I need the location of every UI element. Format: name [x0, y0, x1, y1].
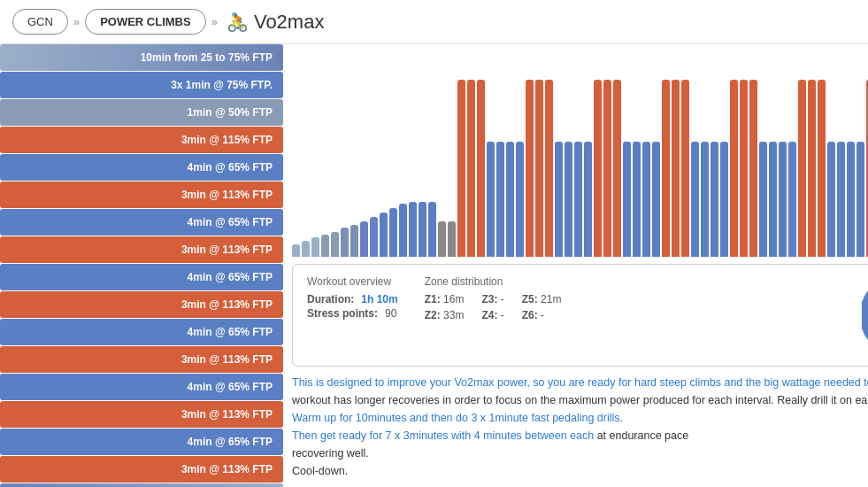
chart-bar-57	[847, 142, 855, 257]
chart-bar-22	[506, 142, 514, 257]
chart-bar-39	[672, 80, 680, 257]
desc-line5: at endurance pace	[594, 429, 688, 442]
zone-pie-chart	[862, 275, 868, 355]
right-content: Workout overview Duration: 1h 10m Stress…	[283, 44, 868, 487]
chart-bar-9	[380, 213, 388, 257]
duration-val: 1h 10m	[361, 293, 397, 305]
chart-bar-32	[603, 80, 611, 257]
workout-step-15: 3min @ 113% FTP	[0, 456, 283, 483]
vo2max-label: Vo2max	[254, 11, 325, 34]
chart-bar-30	[584, 142, 592, 257]
chart-bar-46	[740, 80, 748, 257]
desc-line7: Cool-down.	[292, 465, 348, 477]
stress-label: Stress points:	[307, 307, 378, 320]
chart-bar-14	[428, 202, 436, 257]
overview-title: Workout overview	[307, 275, 398, 288]
chart-bar-24	[526, 80, 534, 257]
zone-col-1: Z1: 16mZ2: 33m	[425, 293, 465, 321]
chart-bar-33	[613, 80, 621, 257]
chart-bar-47	[749, 80, 757, 257]
zone-item-3: Z4: -	[481, 309, 503, 321]
header: GCN » POWER CLIMBS » 🚴 Vo2max	[0, 0, 868, 44]
chart-bar-25	[535, 80, 543, 257]
workout-step-6: 4min @ 65% FTP	[0, 209, 283, 236]
chart-bar-45	[730, 80, 738, 257]
chart-bar-13	[419, 202, 426, 257]
chart-bar-54	[818, 80, 826, 257]
chart-bar-8	[370, 217, 378, 257]
chart-bar-50	[779, 142, 787, 257]
zone-item-5: Z6: -	[522, 309, 562, 321]
chart-bar-2	[311, 237, 319, 257]
arrow-separator-1: »	[73, 15, 80, 28]
workout-step-16: 9min from 75 to 25% FTP	[0, 483, 283, 487]
chart-bar-40	[681, 80, 689, 257]
chart-bar-6	[350, 225, 358, 257]
zone-item-2: Z3: -	[481, 293, 503, 305]
workout-step-1: 3x 1min @ 75% FTP.	[0, 72, 283, 98]
chart-bar-29	[574, 142, 582, 257]
workout-step-7: 3min @ 113% FTP	[0, 236, 283, 263]
chart-bar-36	[642, 142, 650, 257]
workout-step-5: 3min @ 113% FTP	[0, 182, 283, 208]
chart-bar-16	[448, 221, 456, 257]
chart-bar-18	[467, 80, 475, 257]
chart-bar-3	[321, 235, 329, 257]
zone-col-2: Z3: -Z4: -	[481, 293, 503, 321]
chart-bar-38	[662, 80, 670, 257]
workout-step-10: 4min @ 65% FTP	[0, 319, 283, 345]
chart-bar-44	[720, 142, 728, 257]
workout-step-0: 10min from 25 to 75% FTP	[0, 44, 283, 71]
workout-step-11: 3min @ 113% FTP	[0, 346, 283, 373]
chart-bar-49	[769, 142, 777, 257]
zone-item-0: Z1: 16m	[425, 293, 465, 305]
stress-val: 90	[385, 307, 396, 320]
chart-bar-15	[438, 221, 446, 257]
chart-bar-41	[691, 142, 699, 257]
description-text: This is designed to improve your Vo2max …	[292, 374, 868, 487]
zone-col-3: Z5: 21mZ6: -	[522, 293, 562, 321]
chart-bar-17	[457, 80, 465, 257]
zone-item-1: Z2: 33m	[425, 309, 465, 321]
desc-line6: recovering well.	[292, 447, 369, 460]
bike-icon: 🚴	[227, 12, 249, 33]
chart-bar-23	[516, 142, 524, 257]
chart-bar-42	[701, 142, 709, 257]
chart-bar-11	[399, 204, 407, 257]
chart-bar-37	[652, 142, 660, 257]
chart-bar-43	[711, 142, 718, 257]
chart-bar-35	[633, 142, 641, 257]
zone-item-4: Z5: 21m	[522, 293, 562, 305]
workout-step-2: 1min @ 50% FTP	[0, 99, 283, 126]
workout-step-3: 3min @ 115% FTP	[0, 127, 283, 153]
chart-bar-51	[788, 142, 796, 257]
workout-steps: 10min from 25 to 75% FTP3x 1min @ 75% FT…	[0, 44, 283, 487]
zone-distribution: Z1: 16mZ2: 33mZ3: -Z4: -Z5: 21mZ6: -	[425, 293, 562, 321]
chart-bar-26	[545, 80, 553, 257]
chart-bar-53	[808, 80, 816, 257]
chart-bar-48	[759, 142, 767, 257]
desc-line1: This is designed to improve your Vo2max …	[292, 376, 868, 389]
chart-bar-28	[565, 142, 572, 257]
workout-step-4: 4min @ 65% FTP	[0, 154, 283, 181]
main-content: 10min from 25 to 75% FTP3x 1min @ 75% FT…	[0, 44, 868, 487]
chart-bar-10	[389, 208, 397, 257]
chart-bar-19	[477, 80, 485, 257]
overview-section: Workout overview Duration: 1h 10m Stress…	[307, 275, 398, 321]
chart-bar-20	[487, 142, 495, 257]
arrow-separator-2: »	[211, 15, 218, 28]
workout-step-8: 4min @ 65% FTP	[0, 264, 283, 290]
workout-overview-box: Workout overview Duration: 1h 10m Stress…	[292, 264, 868, 367]
gcn-button[interactable]: GCN	[12, 9, 68, 35]
zone-chart-area: 23%47%0%0%30%0%	[862, 275, 868, 355]
chart-bar-27	[555, 142, 563, 257]
chart-bar-5	[341, 228, 349, 257]
chart-bar-21	[496, 142, 504, 257]
duration-row: Duration: 1h 10m	[307, 293, 398, 305]
power-climbs-button[interactable]: POWER CLIMBS	[85, 9, 206, 35]
chart-bar-34	[623, 142, 631, 257]
chart-bar-55	[827, 142, 835, 257]
stress-row: Stress points: 90	[307, 307, 398, 320]
chart-bar-1	[302, 241, 310, 257]
desc-line3: Warm up for 10minutes and then do 3 x 1m…	[292, 412, 623, 424]
